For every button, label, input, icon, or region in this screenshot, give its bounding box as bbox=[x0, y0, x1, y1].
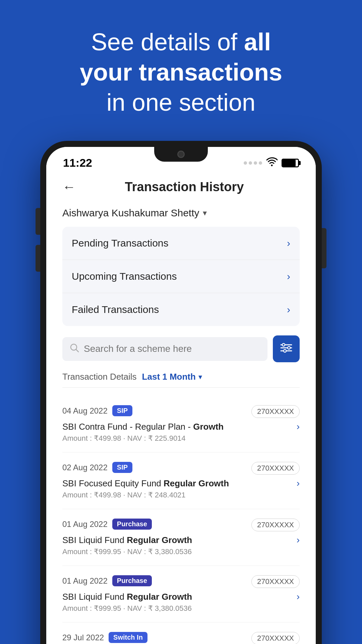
txn-account-2: 270XXXXX bbox=[251, 462, 300, 475]
txn-fund-name-2: SBI Focused Equity Fund Regular Growth bbox=[62, 478, 297, 489]
txn-fund-name-4: SBI Liquid Fund Regular Growth bbox=[62, 592, 297, 602]
page-title: Transaction History bbox=[82, 180, 286, 194]
search-input[interactable] bbox=[84, 343, 260, 354]
txn-fund-name-1: SBI Contra Fund - Regular Plan - Growth bbox=[62, 422, 297, 432]
txn-details-1: Amount : ₹499.98 · NAV : ₹ 225.9014 bbox=[62, 434, 300, 443]
txn-item-left-5: 29 Jul 2022 Switch In bbox=[62, 632, 147, 643]
status-time: 11:22 bbox=[63, 156, 92, 169]
hero-line2-bold: your transactions bbox=[80, 59, 282, 86]
txn-item-top-1: 04 Aug 2022 SIP 270XXXXX bbox=[62, 405, 300, 418]
txn-account-3: 270XXXXX bbox=[251, 519, 300, 531]
status-bar: 11:22 bbox=[46, 147, 316, 173]
user-dropdown-icon: ▾ bbox=[203, 208, 207, 218]
hero-line1: See details of bbox=[91, 29, 244, 55]
txn-item-top-2: 02 Aug 2022 SIP 270XXXXX bbox=[62, 462, 300, 475]
back-button[interactable]: ← bbox=[62, 179, 76, 195]
txn-item-left-1: 04 Aug 2022 SIP bbox=[62, 405, 132, 416]
txn-item-row2-3: SBI Liquid Fund Regular Growth › bbox=[62, 535, 300, 545]
search-input-wrap bbox=[62, 337, 267, 361]
signal-dot-3 bbox=[254, 161, 257, 165]
app-content: ← Transaction History Aishwarya Kushakum… bbox=[46, 173, 316, 644]
transaction-list: 04 Aug 2022 SIP 270XXXXX SBI Contra Fund… bbox=[62, 396, 300, 644]
period-label: Last 1 Month bbox=[142, 372, 196, 382]
notch-camera bbox=[177, 151, 185, 158]
txn-details-label: Transaction Details bbox=[62, 372, 137, 382]
phone-mockup: 11:22 bbox=[40, 141, 322, 644]
txn-section-header: Transaction Details Last 1 Month ▾ bbox=[62, 372, 300, 388]
failed-transactions-label: Failed Transactions bbox=[72, 304, 159, 315]
app-header: ← Transaction History bbox=[62, 173, 300, 204]
pending-transactions-label: Pending Transactions bbox=[72, 237, 169, 249]
table-row[interactable]: 29 Jul 2022 Switch In 270XXXXX bbox=[62, 623, 300, 644]
battery-icon bbox=[282, 159, 299, 167]
txn-date-3: 01 Aug 2022 bbox=[62, 520, 108, 529]
pending-chevron-icon: › bbox=[287, 237, 290, 249]
svg-point-6 bbox=[288, 346, 290, 349]
svg-point-4 bbox=[282, 343, 285, 346]
txn-arrow-3: › bbox=[297, 535, 300, 545]
phone-outer: 11:22 bbox=[40, 141, 322, 644]
notch bbox=[154, 147, 208, 162]
period-chevron-icon: ▾ bbox=[198, 373, 202, 381]
table-row[interactable]: 04 Aug 2022 SIP 270XXXXX SBI Contra Fund… bbox=[62, 396, 300, 452]
txn-date-4: 01 Aug 2022 bbox=[62, 576, 108, 586]
upcoming-transactions-label: Upcoming Transactions bbox=[72, 271, 177, 282]
svg-point-0 bbox=[271, 165, 273, 166]
filter-icon bbox=[280, 343, 292, 355]
txn-badge-5: Switch In bbox=[109, 632, 147, 643]
txn-date-5: 29 Jul 2022 bbox=[62, 633, 104, 642]
txn-item-top-4: 01 Aug 2022 Purchase 270XXXXX bbox=[62, 575, 300, 588]
table-row[interactable]: 01 Aug 2022 Purchase 270XXXXX SBI Liquid… bbox=[62, 566, 300, 623]
menu-item-failed[interactable]: Failed Transactions › bbox=[62, 293, 300, 326]
menu-item-pending[interactable]: Pending Transactions › bbox=[62, 227, 300, 260]
signal-dot-4 bbox=[259, 161, 262, 165]
signal-dot-2 bbox=[249, 161, 252, 165]
signal-dot-1 bbox=[244, 161, 247, 165]
txn-item-row2-1: SBI Contra Fund - Regular Plan - Growth … bbox=[62, 421, 300, 432]
upcoming-chevron-icon: › bbox=[287, 271, 290, 282]
txn-account-4: 270XXXXX bbox=[251, 575, 300, 588]
txn-arrow-2: › bbox=[297, 478, 300, 489]
phone-screen: 11:22 bbox=[46, 147, 316, 644]
search-icon bbox=[70, 343, 79, 355]
txn-fund-name-3: SBI Liquid Fund Regular Growth bbox=[62, 535, 297, 545]
txn-account-1: 270XXXXX bbox=[251, 405, 300, 418]
status-icons bbox=[244, 157, 299, 169]
search-row bbox=[62, 335, 300, 362]
period-selector[interactable]: Last 1 Month ▾ bbox=[142, 372, 202, 382]
txn-item-left-4: 01 Aug 2022 Purchase bbox=[62, 575, 152, 586]
txn-details-2: Amount : ₹499.98 · NAV : ₹ 248.4021 bbox=[62, 491, 300, 499]
menu-item-upcoming[interactable]: Upcoming Transactions › bbox=[62, 260, 300, 293]
txn-item-top-5: 29 Jul 2022 Switch In 270XXXXX bbox=[62, 632, 300, 644]
txn-badge-4: Purchase bbox=[112, 575, 152, 586]
txn-date-2: 02 Aug 2022 bbox=[62, 463, 108, 472]
hero-line1-bold: all bbox=[244, 29, 271, 55]
txn-details-3: Amount : ₹999.95 · NAV : ₹ 3,380.0536 bbox=[62, 547, 300, 556]
wifi-icon bbox=[266, 157, 278, 169]
txn-date-1: 04 Aug 2022 bbox=[62, 406, 108, 416]
table-row[interactable]: 01 Aug 2022 Purchase 270XXXXX SBI Liquid… bbox=[62, 509, 300, 566]
txn-item-row2-2: SBI Focused Equity Fund Regular Growth › bbox=[62, 478, 300, 489]
filter-button[interactable] bbox=[273, 335, 300, 362]
table-row[interactable]: 02 Aug 2022 SIP 270XXXXX SBI Focused Equ… bbox=[62, 452, 300, 509]
txn-badge-1: SIP bbox=[112, 405, 132, 416]
txn-item-left-2: 02 Aug 2022 SIP bbox=[62, 462, 132, 473]
svg-point-8 bbox=[284, 350, 286, 352]
txn-badge-3: Purchase bbox=[112, 519, 152, 530]
user-selector[interactable]: Aishwarya Kushakumar Shetty ▾ bbox=[62, 204, 300, 227]
transaction-menu: Pending Transactions › Upcoming Transact… bbox=[62, 227, 300, 326]
txn-item-left-3: 01 Aug 2022 Purchase bbox=[62, 519, 152, 530]
hero-section: See details of all your transactions in … bbox=[60, 0, 302, 134]
failed-chevron-icon: › bbox=[287, 304, 290, 315]
txn-badge-2: SIP bbox=[112, 462, 132, 473]
txn-arrow-4: › bbox=[297, 591, 300, 602]
txn-item-row2-4: SBI Liquid Fund Regular Growth › bbox=[62, 591, 300, 602]
hero-line3: in one section bbox=[107, 89, 255, 116]
signal-dots bbox=[244, 161, 262, 165]
txn-arrow-1: › bbox=[297, 421, 300, 432]
txn-account-5: 270XXXXX bbox=[251, 632, 300, 644]
user-name: Aishwarya Kushakumar Shetty bbox=[62, 207, 199, 219]
txn-details-4: Amount : ₹999.95 · NAV : ₹ 3,380.0536 bbox=[62, 604, 300, 613]
txn-item-top-3: 01 Aug 2022 Purchase 270XXXXX bbox=[62, 519, 300, 531]
svg-line-2 bbox=[76, 350, 78, 352]
